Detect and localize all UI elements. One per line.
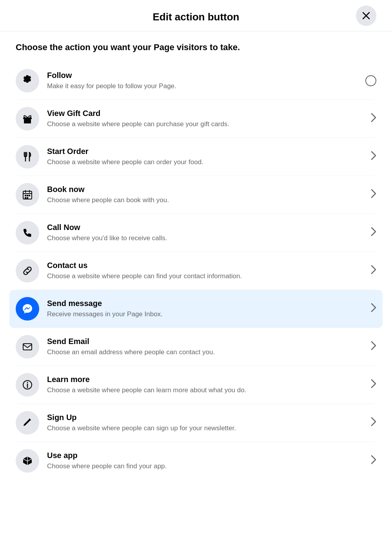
modal-header: Edit action button <box>0 0 392 31</box>
action-icon-view-gift-card <box>16 107 39 130</box>
svg-rect-15 <box>23 344 32 350</box>
modal-container: Edit action button Choose the action you… <box>0 0 392 487</box>
action-content-sign-up: Sign Up Choose a website where people ca… <box>47 413 365 433</box>
action-desc-send-message: Receive messages in your Page Inbox. <box>47 310 365 319</box>
close-button[interactable] <box>356 5 376 26</box>
chevron-icon-use-app <box>371 455 376 467</box>
action-icon-follow <box>16 69 39 92</box>
modal-title: Edit action button <box>153 11 240 23</box>
svg-rect-14 <box>27 197 28 199</box>
action-content-send-email: Send Email Choose an email address where… <box>47 337 365 357</box>
action-content-start-order: Start Order Choose a website where peopl… <box>47 147 365 167</box>
action-desc-start-order: Choose a website where people can order … <box>47 158 365 167</box>
chevron-icon-learn-more <box>371 379 376 391</box>
action-icon-send-email <box>16 335 39 359</box>
action-content-learn-more: Learn more Choose a website where people… <box>47 375 365 395</box>
action-title-sign-up: Sign Up <box>47 413 365 422</box>
action-title-send-email: Send Email <box>47 337 365 346</box>
action-title-call-now: Call Now <box>47 223 365 232</box>
chevron-icon-view-gift-card <box>371 113 376 125</box>
action-title-view-gift-card: View Gift Card <box>47 109 365 118</box>
svg-rect-10 <box>25 195 26 196</box>
action-icon-contact-us <box>16 259 39 283</box>
action-title-follow: Follow <box>47 71 359 80</box>
radio-circle-follow <box>365 75 376 86</box>
chevron-icon-send-email <box>371 341 376 353</box>
action-desc-call-now: Choose where you'd like to receive calls… <box>47 234 365 243</box>
action-title-start-order: Start Order <box>47 147 365 156</box>
chevron-icon-send-message <box>371 303 376 315</box>
action-content-use-app: Use app Choose where people can find you… <box>47 451 365 471</box>
modal-body: Choose the action you want your Page vis… <box>0 31 392 487</box>
chevron-icon-start-order <box>371 151 376 163</box>
action-icon-sign-up <box>16 411 39 435</box>
action-title-book-now: Book now <box>47 185 365 194</box>
chevron-icon-call-now <box>371 227 376 239</box>
action-title-send-message: Send message <box>47 299 365 308</box>
action-item-learn-more[interactable]: Learn more Choose a website where people… <box>16 366 376 404</box>
svg-rect-13 <box>25 197 26 199</box>
action-icon-send-message <box>16 297 39 321</box>
action-item-book-now[interactable]: Book now Choose where people can book wi… <box>16 176 376 214</box>
action-item-contact-us[interactable]: Contact us Choose a website where people… <box>16 252 376 290</box>
action-desc-follow: Make it easy for people to follow your P… <box>47 82 359 91</box>
svg-rect-3 <box>24 119 31 123</box>
action-desc-sign-up: Choose a website where people can sign u… <box>47 424 365 433</box>
action-content-follow: Follow Make it easy for people to follow… <box>47 71 359 91</box>
svg-point-18 <box>27 382 28 383</box>
action-item-send-email[interactable]: Send Email Choose an email address where… <box>16 328 376 366</box>
section-title: Choose the action you want your Page vis… <box>16 42 376 53</box>
action-title-contact-us: Contact us <box>47 261 365 270</box>
action-item-call-now[interactable]: Call Now Choose where you'd like to rece… <box>16 214 376 252</box>
action-title-learn-more: Learn more <box>47 375 365 384</box>
action-item-start-order[interactable]: Start Order Choose a website where peopl… <box>16 138 376 176</box>
action-desc-view-gift-card: Choose a website where people can purcha… <box>47 120 365 129</box>
action-icon-call-now <box>16 221 39 245</box>
action-content-view-gift-card: View Gift Card Choose a website where pe… <box>47 109 365 129</box>
action-icon-book-now <box>16 183 39 207</box>
action-content-contact-us: Contact us Choose a website where people… <box>47 261 365 281</box>
action-desc-learn-more: Choose a website where people can learn … <box>47 386 365 395</box>
action-desc-use-app: Choose where people can find your app. <box>47 462 365 471</box>
action-icon-start-order <box>16 145 39 168</box>
action-item-use-app[interactable]: Use app Choose where people can find you… <box>16 442 376 480</box>
chevron-icon-book-now <box>371 189 376 201</box>
action-content-send-message: Send message Receive messages in your Pa… <box>47 299 365 319</box>
action-list: Follow Make it easy for people to follow… <box>16 62 376 480</box>
chevron-icon-sign-up <box>371 417 376 429</box>
action-content-book-now: Book now Choose where people can book wi… <box>47 185 365 205</box>
svg-rect-12 <box>29 195 30 196</box>
chevron-icon-contact-us <box>371 265 376 277</box>
action-desc-contact-us: Choose a website where people can find y… <box>47 272 365 281</box>
close-icon <box>362 11 370 20</box>
action-title-use-app: Use app <box>47 451 365 460</box>
action-item-send-message[interactable]: Send message Receive messages in your Pa… <box>9 290 383 328</box>
svg-rect-11 <box>27 195 28 196</box>
action-item-view-gift-card[interactable]: View Gift Card Choose a website where pe… <box>16 100 376 138</box>
action-icon-learn-more <box>16 373 39 397</box>
action-item-follow[interactable]: Follow Make it easy for people to follow… <box>16 62 376 100</box>
svg-rect-2 <box>23 118 32 119</box>
action-desc-send-email: Choose an email address where people can… <box>47 348 365 357</box>
action-icon-use-app <box>16 449 39 473</box>
action-desc-book-now: Choose where people can book with you. <box>47 196 365 205</box>
action-item-sign-up[interactable]: Sign Up Choose a website where people ca… <box>16 404 376 442</box>
action-content-call-now: Call Now Choose where you'd like to rece… <box>47 223 365 243</box>
